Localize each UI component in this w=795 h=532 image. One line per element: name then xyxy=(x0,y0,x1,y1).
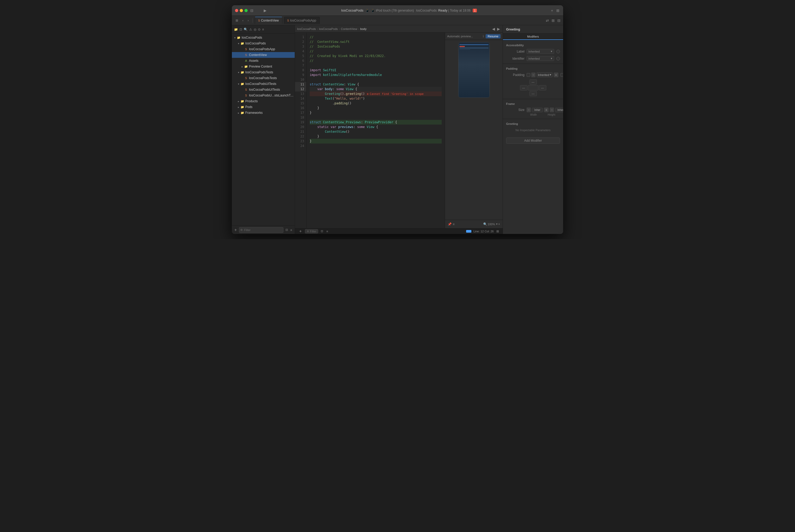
accessibility-identifier-value: Inherited xyxy=(528,57,540,60)
sidebar-item-ios-tests-file[interactable]: S IosCocoaPodsTests xyxy=(232,75,295,81)
sidebar-item-ios-cocoapods-root[interactable]: 📁 IosCocoaPods xyxy=(232,35,295,40)
grid-view-button[interactable]: ⊞ xyxy=(234,18,240,23)
file-tree: 📁 IosCocoaPods 📁 IosCocoaPods S IosCocoa… xyxy=(232,34,295,226)
add-editor-button[interactable]: ⊞ xyxy=(551,18,555,23)
status-action-btn-1[interactable]: ⊡ xyxy=(320,229,324,233)
frame-width-minus[interactable]: − xyxy=(527,108,531,112)
sidebar-item-pods[interactable]: 📁 Pods xyxy=(232,104,295,110)
tree-label: IosCocoaPodsTests xyxy=(245,71,273,74)
swift-file-icon: S xyxy=(244,88,248,92)
code-line-15: .padding() xyxy=(310,101,442,106)
chevron-icon xyxy=(236,41,240,45)
sidebar-item-ios-tests[interactable]: 📁 IosCocoaPodsTests xyxy=(232,70,295,75)
fullscreen-button[interactable] xyxy=(245,9,248,12)
sidebar-test-btn[interactable]: ◎ xyxy=(253,27,257,32)
inspector-tab-modifiers[interactable]: Modifiers xyxy=(503,34,563,40)
add-status-button[interactable]: + xyxy=(298,229,303,234)
accessibility-identifier-dropdown[interactable]: Inherited ▾ xyxy=(527,56,554,61)
sidebar-report-btn[interactable]: ≡ xyxy=(262,27,264,32)
breadcrumb-project[interactable]: IosCocoaPods xyxy=(297,27,316,31)
padding-checkbox[interactable] xyxy=(527,73,530,77)
accessibility-label-radio[interactable] xyxy=(556,50,560,53)
inspector-toggle-button[interactable]: ⊟ xyxy=(557,18,561,23)
layout-toggle-button[interactable]: ⊞ xyxy=(556,8,560,13)
sidebar-item-frameworks[interactable]: 📁 Frameworks xyxy=(232,110,295,116)
padding-radio[interactable] xyxy=(561,73,563,77)
chevron-icon xyxy=(236,71,240,74)
add-modifier-button[interactable]: Add Modifier xyxy=(506,137,560,144)
code-line-21: ContentView() xyxy=(310,129,442,134)
sidebar-item-ios-ui-tests-file[interactable]: S IosCocoaPodsUITests xyxy=(232,87,295,93)
tree-label: IosCocoaPodsApp xyxy=(249,47,275,51)
inspector-panel: Greeting Modifiers Accessibility Label I… xyxy=(503,25,563,234)
sidebar-item-ios-ui-tests-launch[interactable]: S IosCocoaPodsU...stsLaunchTests xyxy=(232,93,295,98)
related-items-button-2[interactable]: ▶ xyxy=(497,26,500,32)
sidebar-warn-btn[interactable]: ⚠ xyxy=(249,27,253,32)
preview-list-button[interactable]: ≡ xyxy=(452,222,455,227)
frame-width-plus[interactable]: + xyxy=(544,108,549,112)
sidebar-item-ios-ui-tests[interactable]: 📁 IosCocoaPodsUITests xyxy=(232,81,295,87)
preview-resume-button[interactable]: Resume xyxy=(486,34,500,38)
minimize-button[interactable] xyxy=(240,9,243,12)
preview-header: Automatic preview... ℹ Resume xyxy=(445,33,503,40)
editor-options-button[interactable]: ⇄ xyxy=(545,18,549,23)
nav-back-button[interactable]: ‹ xyxy=(241,18,245,23)
padding-right[interactable]: — xyxy=(539,85,546,90)
padding-left[interactable]: — xyxy=(520,85,527,90)
padding-dropdown[interactable]: Inherited ▾ xyxy=(536,72,553,77)
frame-height-minus[interactable]: − xyxy=(550,108,554,112)
related-items-button[interactable]: ◀ xyxy=(492,26,496,32)
filter-input[interactable] xyxy=(243,228,282,232)
sidebar-item-ios-cocoapods-app[interactable]: S IosCocoaPodsApp xyxy=(232,46,295,52)
editor-config-button[interactable]: ⊞ xyxy=(496,229,499,234)
run-button[interactable]: ▶ xyxy=(262,8,268,13)
chevron-icon xyxy=(236,99,240,103)
close-button[interactable] xyxy=(235,9,238,12)
zoom-out-button[interactable]: 🔍 xyxy=(483,222,488,227)
status-text: IosCocoaPods: Ready | Today at 18:06 xyxy=(416,9,471,12)
sidebar-toggle-button[interactable]: ⊟ xyxy=(250,8,254,13)
breadcrumb-symbol[interactable]: body xyxy=(360,27,366,31)
sidebar-item-content-view[interactable]: S ContentView xyxy=(232,52,295,58)
frame-height-dropdown[interactable]: Inher xyxy=(555,108,563,112)
sidebar-scm-btn[interactable]: ⊡ xyxy=(239,27,243,32)
tab-content-view[interactable]: S ContentView xyxy=(255,17,282,24)
preview-pin-button[interactable]: 📌 xyxy=(447,222,452,227)
breadcrumb-group[interactable]: IosCocoaPods xyxy=(319,27,338,31)
sidebar-item-assets[interactable]: A Assets xyxy=(232,58,295,63)
tab-ios-app[interactable]: S IosCocoaPodsApp xyxy=(284,17,320,24)
sidebar-item-ios-cocoapods-group[interactable]: 📁 IosCocoaPods xyxy=(232,40,295,46)
code-line-5: // Created by Vivek Modi on 22/03/2022. xyxy=(310,54,442,58)
padding-minus-btn[interactable]: − xyxy=(531,73,535,77)
preview-info-button[interactable]: ℹ xyxy=(483,34,484,38)
status-filter-label: Filter xyxy=(310,230,316,233)
status-action-btn-2[interactable]: ≡ xyxy=(326,229,328,233)
breadcrumb-file[interactable]: ContentView xyxy=(341,27,357,31)
inspector-tabs: Modifiers xyxy=(503,34,563,40)
sidebar-debug-btn[interactable]: ⊙ xyxy=(258,27,261,32)
sort-button[interactable]: ⊡ xyxy=(285,228,288,232)
padding-plus-btn[interactable]: + xyxy=(554,73,559,77)
code-line-17: } xyxy=(310,110,442,115)
sidebar-item-products[interactable]: 📁 Products xyxy=(232,98,295,104)
hierarchy-button[interactable]: ≡ xyxy=(290,228,292,232)
swift-icon-2: S xyxy=(287,19,289,22)
add-file-button[interactable]: + xyxy=(234,228,238,232)
chevron-icon xyxy=(240,47,244,51)
zoom-in-button[interactable]: + xyxy=(498,222,500,227)
accessibility-identifier-radio[interactable] xyxy=(556,57,560,60)
line-num-4: 4 xyxy=(295,49,306,54)
line-num-22: 22 xyxy=(295,134,306,139)
padding-top[interactable]: — xyxy=(529,79,537,84)
padding-bottom[interactable]: — xyxy=(529,91,537,96)
sidebar-item-preview-content[interactable]: 📁 Preview Content xyxy=(232,63,295,70)
add-target-button[interactable]: + xyxy=(550,8,554,13)
accessibility-section: Accessibility Label Inherited ▾ Identifi… xyxy=(503,40,563,63)
code-text[interactable]: // // ContentView.swift // IosCocoaPods … xyxy=(306,33,445,228)
frame-width-dropdown[interactable]: Inher xyxy=(532,108,543,112)
sidebar-folder-btn[interactable]: 📁 xyxy=(233,27,239,32)
nav-forward-button[interactable]: › xyxy=(246,18,250,23)
code-editor[interactable]: 1 2 3 4 5 6 7 8 9 10 11 12 13 14 xyxy=(295,33,445,228)
accessibility-label-dropdown[interactable]: Inherited ▾ xyxy=(527,49,554,54)
sidebar-search-btn[interactable]: 🔍 xyxy=(243,27,248,32)
